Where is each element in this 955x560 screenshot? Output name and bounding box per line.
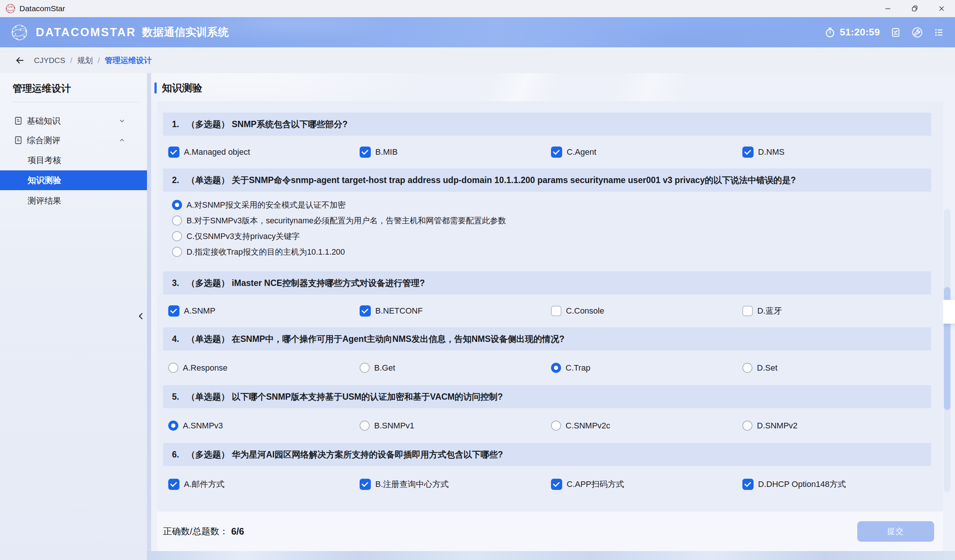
option-label: B.SNMPv1 xyxy=(374,421,415,431)
radio-icon[interactable] xyxy=(742,421,752,431)
back-arrow-icon[interactable] xyxy=(15,56,25,65)
sidebar-item-project-assessment[interactable]: 项目考核 xyxy=(0,151,147,169)
option-label: B.Get xyxy=(374,363,395,373)
option-row[interactable]: B.Get xyxy=(360,363,551,373)
checkbox-icon[interactable] xyxy=(551,306,561,316)
radio-icon[interactable] xyxy=(360,363,370,373)
options: A.SNMPv3B.SNMPv1C.SNMPv2cD.SNMPv2 xyxy=(157,408,943,443)
sidebar-divider xyxy=(147,73,151,560)
breadcrumb-item-cjydcs[interactable]: CJYDCS xyxy=(34,56,65,65)
section-title: 知识测验 xyxy=(162,81,202,95)
option-row[interactable]: B.对于SNMPv3版本，securityname必须配置为用户名，告警主机和网… xyxy=(172,212,943,228)
section-header: 知识测验 xyxy=(155,81,202,95)
question-type-tag: （单选题） xyxy=(186,391,229,402)
checkbox-icon[interactable] xyxy=(742,479,753,490)
option-row[interactable]: A.邮件方式 xyxy=(168,479,360,490)
radio-icon[interactable] xyxy=(168,421,178,431)
checkbox-icon[interactable] xyxy=(742,147,753,158)
radio-icon[interactable] xyxy=(360,421,370,431)
checkbox-icon[interactable] xyxy=(742,306,753,316)
question-block: 3.（多选题）iMaster NCE控制器支持哪些方式对设备进行管理?A.SNM… xyxy=(157,271,943,328)
radio-icon[interactable] xyxy=(551,363,561,373)
option-row[interactable]: C.仅SNMPv3支持privacy关键字 xyxy=(172,228,943,244)
tools-icon[interactable] xyxy=(911,27,923,38)
check-mark-icon xyxy=(362,480,368,487)
question-text: iMaster NCE控制器支持哪些方式对设备进行管理? xyxy=(232,278,425,289)
option-row[interactable]: B.NETCONF xyxy=(360,305,551,317)
score-value: 6/6 xyxy=(231,526,244,537)
checkbox-icon[interactable] xyxy=(168,147,179,158)
radio-icon[interactable] xyxy=(551,421,561,431)
checkbox-icon[interactable] xyxy=(551,479,562,490)
scrollbar[interactable] xyxy=(944,209,950,492)
radio-icon[interactable] xyxy=(742,363,752,373)
question-number: 1. xyxy=(172,119,179,129)
sidebar-item-label: 基础知识 xyxy=(27,115,60,127)
check-mark-icon xyxy=(170,480,177,487)
option-row[interactable]: D.指定接收Trap报文的目的主机为10.1.1.200 xyxy=(172,244,943,259)
option-row[interactable]: B.MIB xyxy=(360,147,551,158)
sidebar-item-knowledge-quiz[interactable]: 知识测验 xyxy=(0,170,147,190)
score-label: 正确数/总题数： xyxy=(163,525,228,537)
radio-icon[interactable] xyxy=(168,363,178,373)
option-row[interactable]: D.SNMPv2 xyxy=(742,421,943,431)
report-icon[interactable] xyxy=(890,27,901,38)
option-row[interactable]: A.Response xyxy=(168,363,360,373)
option-row[interactable]: B.SNMPv1 xyxy=(360,421,551,431)
breadcrumb-item-planning[interactable]: 规划 xyxy=(77,55,93,66)
radio-icon[interactable] xyxy=(172,231,182,241)
minimize-button[interactable] xyxy=(874,0,901,17)
check-mark-icon xyxy=(362,307,368,314)
breadcrumb-separator: / xyxy=(70,56,72,65)
option-row[interactable]: D.Set xyxy=(742,363,943,373)
radio-icon[interactable] xyxy=(172,215,182,226)
option-label: B.注册查询中心方式 xyxy=(375,479,449,490)
sidebar-item-label: 综合测评 xyxy=(27,134,60,146)
menu-list-icon[interactable] xyxy=(933,27,944,38)
option-label: D.SNMPv2 xyxy=(757,421,798,431)
checkbox-icon[interactable] xyxy=(168,479,179,490)
restore-button[interactable] xyxy=(901,0,928,17)
sidebar-item-eval-results[interactable]: 测评结果 xyxy=(0,192,147,209)
sidebar-item-basic-knowledge[interactable]: 基础知识 xyxy=(0,112,147,130)
option-row[interactable]: D.蓝牙 xyxy=(742,305,943,317)
question-block: 2.（单选题）关于SNMP命令snmp-agent target-host tr… xyxy=(157,168,943,271)
question-type-tag: （单选题） xyxy=(186,333,229,345)
option-row[interactable]: B.注册查询中心方式 xyxy=(360,479,551,490)
option-label: A.Managed object xyxy=(184,147,250,157)
option-row[interactable]: C.Trap xyxy=(551,363,742,373)
submit-button[interactable]: 提交 xyxy=(857,521,934,542)
option-label: C.APP扫码方式 xyxy=(567,479,624,490)
question-block: 1.（多选题）SNMP系统包含以下哪些部分?A.Managed objectB.… xyxy=(157,112,943,168)
window-controls xyxy=(874,0,955,17)
option-row[interactable]: C.Console xyxy=(551,306,742,316)
option-row[interactable]: C.Agent xyxy=(551,147,742,158)
option-label: D.指定接收Trap报文的目的主机为10.1.1.200 xyxy=(186,246,345,257)
option-row[interactable]: A.SNMP xyxy=(168,305,360,317)
check-mark-icon xyxy=(553,480,560,487)
question-number: 5. xyxy=(172,392,179,402)
radio-icon[interactable] xyxy=(172,200,182,210)
option-row[interactable]: D.DHCP Option148方式 xyxy=(742,479,943,490)
app-logo-icon xyxy=(5,3,16,14)
option-row[interactable]: A.Managed object xyxy=(168,147,360,158)
question-text: 关于SNMP命令snmp-agent target-host trap addr… xyxy=(232,175,796,186)
option-label: B.MIB xyxy=(375,147,398,157)
option-row[interactable]: A.SNMPv3 xyxy=(168,421,360,431)
checkbox-icon[interactable] xyxy=(551,147,562,158)
checkbox-icon[interactable] xyxy=(360,305,371,317)
checkbox-icon[interactable] xyxy=(168,305,179,317)
option-row[interactable]: C.APP扫码方式 xyxy=(551,479,742,490)
option-row[interactable]: A.对SNMP报文采用的安全模式是认证不加密 xyxy=(172,197,943,212)
check-mark-icon xyxy=(744,148,751,155)
radio-icon[interactable] xyxy=(172,247,182,257)
option-label: A.邮件方式 xyxy=(184,479,225,490)
option-row[interactable]: D.NMS xyxy=(742,147,943,158)
checkbox-icon[interactable] xyxy=(360,147,371,158)
collapse-sidebar-button[interactable] xyxy=(136,310,146,322)
close-button[interactable] xyxy=(928,0,955,17)
checkbox-icon[interactable] xyxy=(360,479,371,490)
sidebar-item-comprehensive-eval[interactable]: 综合测评 xyxy=(0,131,147,149)
question-block: 6.（多选题）华为星河AI园区网络解决方案所支持的设备即插即用方式包含以下哪些?… xyxy=(157,443,943,502)
option-row[interactable]: C.SNMPv2c xyxy=(551,421,742,431)
